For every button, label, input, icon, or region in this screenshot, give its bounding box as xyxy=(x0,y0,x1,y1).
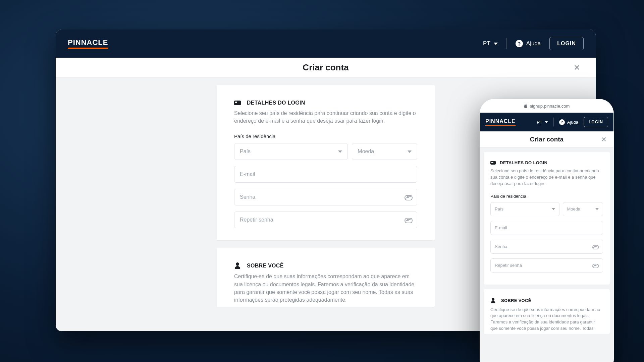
brand-name: PINNACLE xyxy=(68,38,108,47)
login-details-card: DETALHES DO LOGIN Selecione seu país de … xyxy=(484,152,610,285)
language-picker[interactable]: PT xyxy=(483,40,498,47)
email-placeholder: E-mail xyxy=(240,171,255,177)
login-section-description: Selecione seu país de residência para co… xyxy=(490,168,603,187)
person-icon xyxy=(234,262,241,269)
mobile-device-frame: signup.pinnacle.com PINNACLE PT ? Ajuda … xyxy=(480,99,614,362)
chevron-down-icon xyxy=(545,121,548,123)
login-section-title: DETALHES DO LOGIN xyxy=(500,160,547,165)
login-section-header: DETALHES DO LOGIN xyxy=(234,100,417,106)
email-field[interactable]: E-mail xyxy=(490,221,603,235)
chevron-down-icon xyxy=(338,150,342,153)
page-title-bar: Criar conta ✕ xyxy=(56,58,596,78)
currency-select[interactable]: Moeda xyxy=(563,202,603,216)
brand-underline xyxy=(68,48,108,49)
header-divider xyxy=(506,38,507,49)
eye-off-icon[interactable] xyxy=(592,262,598,268)
password-field[interactable]: Senha xyxy=(234,189,417,205)
close-icon[interactable]: ✕ xyxy=(601,136,607,143)
help-label: Ajuda xyxy=(567,120,578,125)
password-placeholder: Senha xyxy=(240,194,255,200)
about-section-header: SOBRE VOCÊ xyxy=(234,262,417,269)
help-link[interactable]: ? Ajuda xyxy=(559,119,578,125)
email-field[interactable]: E-mail xyxy=(234,166,417,183)
currency-placeholder: Moeda xyxy=(358,148,374,155)
about-section-title: SOBRE VOCÊ xyxy=(247,263,284,269)
page-title-bar: Criar conta ✕ xyxy=(480,131,613,147)
id-card-icon xyxy=(234,101,241,105)
about-you-card: SOBRE VOCÊ Certifique-se de que suas inf… xyxy=(484,289,610,334)
brand-underline xyxy=(485,125,516,126)
page-title: Criar conta xyxy=(530,136,564,143)
country-placeholder: País xyxy=(240,148,251,155)
chevron-down-icon xyxy=(494,43,498,45)
login-section-title: DETALHES DO LOGIN xyxy=(247,100,305,106)
brand-name: PINNACLE xyxy=(485,118,516,124)
about-section-header: SOBRE VOCÊ xyxy=(490,297,603,304)
about-section-title: SOBRE VOCÊ xyxy=(501,298,531,303)
repeat-password-placeholder: Repetir senha xyxy=(240,217,273,223)
currency-placeholder: Moeda xyxy=(567,206,581,212)
residence-country-label: País de residência xyxy=(234,133,417,139)
country-placeholder: País xyxy=(495,206,503,212)
header-right-group: PT ? Ajuda LOGIN xyxy=(483,37,584,50)
language-picker[interactable]: PT xyxy=(537,120,548,125)
help-link[interactable]: ? Ajuda xyxy=(516,40,541,47)
header-right-group: PT ? Ajuda LOGIN xyxy=(537,117,608,127)
repeat-password-field[interactable]: Repetir senha xyxy=(234,212,417,228)
help-icon: ? xyxy=(516,40,523,47)
app-header: PINNACLE PT ? Ajuda LOGIN xyxy=(480,113,613,131)
country-currency-row: País Moeda xyxy=(234,143,417,160)
lock-icon xyxy=(524,104,527,108)
person-icon xyxy=(490,298,496,303)
residence-country-label: País de residência xyxy=(490,194,603,199)
mobile-url: signup.pinnacle.com xyxy=(530,104,570,109)
login-button[interactable]: LOGIN xyxy=(549,37,584,50)
content-area: DETALHES DO LOGIN Selecione seu país de … xyxy=(480,147,613,362)
country-select[interactable]: País xyxy=(490,202,559,216)
help-icon: ? xyxy=(559,119,565,125)
language-code: PT xyxy=(537,120,542,125)
eye-off-icon[interactable] xyxy=(404,216,412,224)
about-section-description: Certifique-se de que suas informações co… xyxy=(490,307,603,332)
eye-off-icon[interactable] xyxy=(404,193,412,201)
close-icon[interactable]: ✕ xyxy=(574,64,580,72)
brand-logo: PINNACLE xyxy=(68,38,108,49)
about-section-description: Certifique-se de que suas informações co… xyxy=(234,273,417,304)
country-currency-row: País Moeda xyxy=(490,202,603,216)
password-placeholder: Senha xyxy=(495,244,507,249)
brand-logo: PINNACLE xyxy=(485,118,516,126)
login-section-description: Selecione seu país de residência para co… xyxy=(234,109,417,125)
help-label: Ajuda xyxy=(526,40,541,47)
chevron-down-icon xyxy=(408,150,412,153)
header-divider xyxy=(553,118,554,126)
about-you-card: SOBRE VOCÊ Certifique-se de que suas inf… xyxy=(217,248,435,307)
login-button[interactable]: LOGIN xyxy=(584,117,608,127)
page-title: Criar conta xyxy=(303,62,348,73)
login-section-header: DETALHES DO LOGIN xyxy=(490,160,603,165)
login-details-card: DETALHES DO LOGIN Selecione seu país de … xyxy=(217,85,435,240)
email-placeholder: E-mail xyxy=(495,225,507,230)
repeat-password-placeholder: Repetir senha xyxy=(495,263,522,268)
chevron-down-icon xyxy=(552,208,555,210)
app-header: PINNACLE PT ? Ajuda LOGIN xyxy=(56,29,596,58)
eye-off-icon[interactable] xyxy=(592,244,598,250)
password-field[interactable]: Senha xyxy=(490,240,603,254)
repeat-password-field[interactable]: Repetir senha xyxy=(490,258,603,273)
chevron-down-icon xyxy=(595,208,599,210)
id-card-icon xyxy=(490,161,496,165)
mobile-address-bar: signup.pinnacle.com xyxy=(480,99,613,113)
country-select[interactable]: País xyxy=(234,143,348,160)
currency-select[interactable]: Moeda xyxy=(352,143,417,160)
language-code: PT xyxy=(483,40,490,47)
